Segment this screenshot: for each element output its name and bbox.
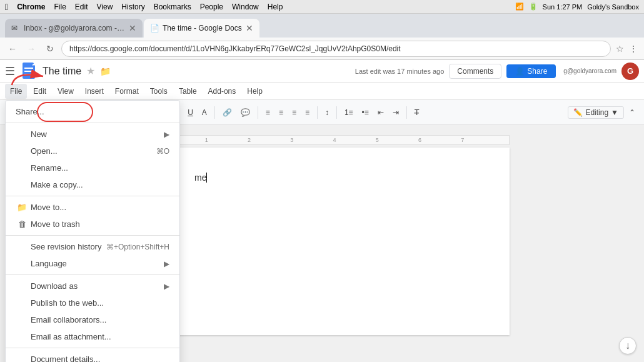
menu-item-new[interactable]: New ▶	[6, 126, 179, 143]
ruler-mark: 2	[228, 137, 270, 143]
docs-header: ☰ The time ★ 📁 Last edit was 17 minutes …	[0, 60, 644, 83]
back-button[interactable]: ←	[5, 41, 20, 56]
menu-format[interactable]: Format	[110, 84, 144, 99]
menu-file[interactable]: File	[5, 84, 27, 99]
os-menu-window[interactable]: Window	[232, 3, 259, 11]
menu-view[interactable]: View	[53, 84, 79, 99]
docs-menu-bar: File Edit View Insert Format Tools Table…	[0, 83, 644, 100]
ruler-mark: 1	[185, 137, 228, 143]
menu-edit[interactable]: Edit	[28, 84, 51, 99]
comment-inline-button[interactable]: 💬	[237, 106, 254, 119]
editing-badge[interactable]: ✏️ Editing ▼	[568, 106, 624, 119]
docs-logo	[23, 63, 38, 80]
file-dropdown-menu: Share... New ▶ Open... ⌘O Rename... Make…	[5, 100, 180, 362]
os-battery-icon[interactable]: 🔋	[529, 3, 538, 11]
menu-item-moveto[interactable]: 📁 Move to...	[6, 199, 179, 216]
menu-item-trash[interactable]: 🗑 Move to trash	[6, 216, 179, 233]
os-menu-chrome[interactable]: Chrome	[17, 3, 45, 11]
clear-format-button[interactable]: T̶	[411, 106, 423, 119]
justify-button[interactable]: ≡	[301, 106, 313, 119]
menu-item-email-collab[interactable]: Email collaborators...	[6, 311, 179, 328]
scroll-to-bottom-button[interactable]: ↓	[619, 337, 636, 354]
separator	[6, 123, 179, 123]
menu-table[interactable]: Table	[174, 84, 202, 99]
more-options-icon[interactable]: ⋮	[628, 43, 639, 55]
separator	[6, 348, 179, 348]
tab-gmail-close-icon[interactable]: ✕	[129, 23, 136, 33]
docs-header-right: Last edit was 17 minutes ago Comments 👤 …	[355, 63, 639, 80]
ruler-mark: 5	[356, 137, 398, 143]
menu-insert[interactable]: Insert	[80, 84, 109, 99]
os-menu-file[interactable]: File	[54, 3, 66, 11]
os-menu-help[interactable]: Help	[268, 3, 283, 11]
os-time: Sun 1:27 PM	[543, 3, 583, 11]
docs-favicon-icon: 📄	[150, 24, 159, 33]
ruler: 1 2 3 4 5 6 7	[159, 135, 510, 145]
hamburger-icon[interactable]: ☰	[5, 64, 15, 78]
comments-button[interactable]: Comments	[449, 64, 501, 79]
tab-gmail-title: Inbox - g@goldyarora.com - ...	[24, 24, 125, 33]
os-wifi-icon[interactable]: 📶	[515, 3, 524, 11]
os-menu-people[interactable]: People	[200, 3, 223, 11]
menu-item-details[interactable]: Document details...	[6, 351, 179, 362]
os-user: Goldy's Sandbox	[587, 3, 639, 11]
align-left-button[interactable]: ≡	[262, 106, 274, 119]
share-menu-item[interactable]: Share...	[6, 103, 179, 120]
bookmark-icon[interactable]: ☆	[615, 43, 625, 55]
os-menu-edit[interactable]: Edit	[75, 3, 88, 11]
last-edit-text: Last edit was 17 minutes ago	[355, 68, 444, 75]
docs-app: ☰ The time ★ 📁 Last edit was 17 minutes …	[0, 60, 644, 362]
menu-addons[interactable]: Add-ons	[203, 84, 241, 99]
address-input[interactable]	[61, 41, 611, 57]
toolbar-divider	[214, 106, 215, 119]
apple-menu[interactable]: 	[5, 2, 8, 12]
doc-page[interactable]: me	[159, 148, 510, 335]
share-button[interactable]: 👤 Share	[506, 64, 556, 78]
reload-button[interactable]: ↻	[43, 41, 58, 56]
folder-icon[interactable]: 📁	[100, 66, 111, 76]
menu-item-revision[interactable]: See revision history ⌘+Option+Shift+H	[6, 238, 179, 255]
separator	[6, 274, 179, 275]
tab-docs[interactable]: 📄 The time - Google Docs ✕	[144, 19, 259, 38]
os-menu-history[interactable]: History	[121, 3, 144, 11]
decrease-indent-button[interactable]: ⇤	[374, 106, 388, 119]
share-people-icon: 👤	[515, 67, 525, 76]
menu-item-language[interactable]: Language ▶	[6, 255, 179, 272]
user-email: g@goldyarora.com	[563, 68, 616, 74]
numbering-button[interactable]: 1≡	[341, 106, 357, 119]
menu-item-rename[interactable]: Rename...	[6, 159, 179, 176]
menu-help[interactable]: Help	[242, 84, 268, 99]
toolbar-divider	[336, 106, 337, 119]
link-button[interactable]: 🔗	[219, 106, 236, 119]
align-center-button[interactable]: ≡	[275, 106, 287, 119]
menu-item-publish[interactable]: Publish to the web...	[6, 294, 179, 311]
menu-item-copy[interactable]: Make a copy...	[6, 176, 179, 193]
menu-item-download[interactable]: Download as ▶	[6, 278, 179, 294]
pencil-icon: ✏️	[573, 108, 583, 117]
star-icon[interactable]: ★	[86, 65, 95, 77]
tab-gmail[interactable]: ✉ Inbox - g@goldyarora.com - ... ✕	[5, 19, 143, 38]
ruler-mark: 3	[271, 137, 313, 143]
expand-toolbar-button[interactable]: ⌃	[625, 106, 639, 119]
menu-item-open[interactable]: Open... ⌘O	[6, 143, 179, 159]
text-color-button[interactable]: A	[198, 106, 211, 119]
user-avatar[interactable]: G	[621, 63, 639, 80]
align-right-button[interactable]: ≡	[288, 106, 300, 119]
menu-tools[interactable]: Tools	[145, 84, 173, 99]
separator	[6, 196, 179, 196]
separator	[6, 235, 179, 236]
os-menu-view[interactable]: View	[97, 3, 113, 11]
menu-item-email-attach[interactable]: Email as attachment...	[6, 328, 179, 345]
os-menu-bookmarks[interactable]: Bookmarks	[154, 3, 191, 11]
browser-chrome: ✉ Inbox - g@goldyarora.com - ... ✕ 📄 The…	[0, 14, 644, 60]
text-cursor	[206, 173, 207, 183]
tab-docs-close-icon[interactable]: ✕	[246, 23, 253, 33]
doc-title: The time	[43, 66, 81, 77]
bullets-button[interactable]: •≡	[358, 106, 373, 119]
line-spacing-button[interactable]: ↕	[321, 106, 333, 119]
underline-button[interactable]: U	[184, 106, 197, 119]
forward-button[interactable]: →	[24, 41, 39, 56]
increase-indent-button[interactable]: ⇥	[389, 106, 403, 119]
ruler-mark: 7	[441, 137, 484, 143]
address-bar-row: ← → ↻ ☆ ⋮	[0, 38, 644, 60]
